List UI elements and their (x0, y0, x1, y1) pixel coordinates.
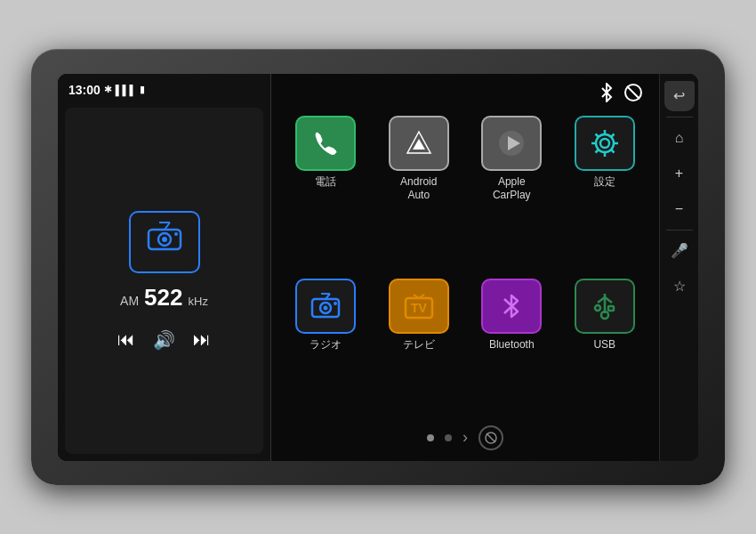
app-carplay[interactable]: AppleCarPlay (470, 116, 554, 271)
svg-point-3 (174, 232, 178, 236)
svg-point-13 (596, 134, 614, 152)
volume-down-button[interactable]: − (664, 194, 695, 224)
top-status (284, 83, 647, 107)
radio-unit: kHz (189, 295, 208, 308)
main-panel: 電話 AndroidAuto (271, 74, 659, 461)
battery-status-icon: ▮ (140, 84, 145, 95)
svg-text:TV: TV (411, 301, 428, 315)
bottom-bar: › (284, 420, 647, 452)
radio-controls: ⏮ 🔊 ⏭ (117, 329, 211, 351)
settings-label: 設定 (594, 175, 615, 190)
svg-line-7 (627, 86, 639, 99)
clock: 13:00 (68, 83, 101, 97)
android-icon-box (389, 116, 449, 171)
favorite-button[interactable]: ☆ (664, 271, 695, 302)
next-page-arrow[interactable]: › (462, 428, 468, 447)
radio-label: ラジオ (310, 338, 342, 352)
app-tv[interactable]: TV テレビ (377, 279, 462, 419)
radio-band: AM (120, 294, 139, 308)
mute-icon[interactable] (479, 425, 503, 450)
app-radio[interactable]: ラジオ (284, 279, 368, 419)
bluetooth-label: Bluetooth (489, 338, 535, 352)
app-settings[interactable]: 設定 (563, 116, 647, 271)
car-audio-device: 13:00 ✱ ▌▌▌ ▮ (31, 49, 725, 485)
apps-grid: 電話 AndroidAuto (284, 116, 647, 420)
sidebar-divider-2 (666, 230, 693, 231)
mic-button[interactable]: 🎤 (664, 236, 695, 266)
svg-point-17 (334, 302, 337, 305)
prev-track-button[interactable]: ⏮ (117, 329, 135, 350)
svg-point-16 (324, 306, 328, 311)
radio-display: AM 522 kHz ⏮ 🔊 ⏭ (65, 108, 263, 454)
svg-rect-28 (608, 306, 614, 311)
volume-button[interactable]: 🔊 (153, 329, 175, 351)
svg-point-12 (600, 139, 609, 148)
settings-icon-box (575, 116, 635, 171)
page-dot-2 (445, 434, 452, 441)
radio2-icon-box (295, 279, 356, 334)
app-phone[interactable]: 電話 (284, 116, 368, 271)
carplay-icon-box (481, 116, 542, 171)
right-sidebar: ↩ ⌂ + − 🎤 ☆ (659, 74, 698, 461)
usb-icon-box (575, 279, 635, 334)
screen: 13:00 ✱ ▌▌▌ ▮ (58, 74, 698, 461)
app-usb[interactable]: USB (563, 279, 647, 419)
tv-label: テレビ (403, 338, 435, 352)
volume-up-button[interactable]: + (664, 158, 695, 189)
page-dot-1 (427, 434, 434, 441)
phone-label: 電話 (315, 175, 336, 190)
carplay-label: AppleCarPlay (493, 175, 531, 203)
no-signal-top-icon (623, 83, 643, 107)
usb-label: USB (593, 338, 615, 352)
radio-frequency: AM 522 kHz (120, 284, 208, 312)
back-button[interactable]: ↩ (664, 81, 695, 111)
app-android-auto[interactable]: AndroidAuto (377, 116, 462, 271)
app-bluetooth[interactable]: Bluetooth (470, 279, 554, 419)
android-label: AndroidAuto (400, 175, 437, 203)
left-panel: 13:00 ✱ ▌▌▌ ▮ (58, 74, 271, 461)
svg-line-31 (487, 433, 495, 442)
bluetooth-top-icon (599, 83, 615, 107)
radio-icon-box (129, 211, 200, 273)
radio-icon (145, 221, 184, 263)
phone-icon-box (295, 116, 356, 171)
radio-freq-value: 522 (144, 284, 182, 312)
signal-status-icon: ▌▌▌ (116, 85, 136, 95)
svg-point-29 (601, 312, 608, 319)
next-track-button[interactable]: ⏭ (193, 329, 211, 350)
status-bar: 13:00 ✱ ▌▌▌ ▮ (65, 81, 263, 99)
svg-point-2 (162, 237, 167, 242)
home-button[interactable]: ⌂ (664, 123, 695, 153)
tv-icon-box: TV (389, 279, 449, 334)
sidebar-divider-1 (666, 117, 693, 117)
bluetooth-status-icon: ✱ (104, 84, 112, 95)
bluetooth-icon-box (481, 279, 542, 334)
svg-point-27 (595, 305, 600, 311)
